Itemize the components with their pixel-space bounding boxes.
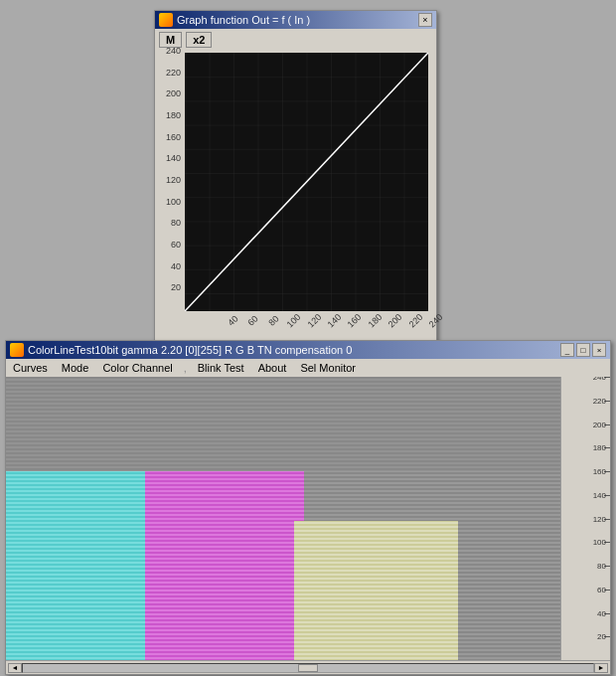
ruler-label: 180 [593, 443, 606, 452]
y-label: 160 [166, 132, 181, 142]
x-label: 220 [406, 312, 424, 330]
ruler-label: 60 [597, 585, 606, 593]
main-icon [10, 343, 24, 357]
y-label: 80 [171, 218, 181, 228]
y-label: 140 [166, 153, 181, 163]
y-label: 100 [166, 197, 181, 207]
ruler-label: 140 [593, 490, 606, 499]
y-label: 200 [166, 88, 181, 98]
y-label: 180 [166, 110, 181, 120]
x-label: 80 [266, 313, 280, 327]
y-label: 220 [166, 68, 181, 78]
menu-sel-monitor[interactable]: Sel Monitor [297, 361, 359, 375]
x-label: 140 [326, 312, 344, 330]
ruler-label: 160 [593, 467, 606, 476]
graph-x2-button[interactable]: x2 [186, 32, 212, 48]
scrollbar-thumb[interactable] [298, 664, 318, 672]
main-titlebar-left: ColorLineTest10bit gamma 2.20 [0][255] R… [10, 343, 352, 357]
menu-separator: , [184, 362, 187, 374]
graph-titlebar: Graph function Out = f ( In ) × [155, 11, 436, 29]
main-menubar: Curves Mode Color Channel , Blink Test A… [6, 359, 610, 377]
svg-rect-16 [6, 377, 562, 471]
menu-mode[interactable]: Mode [59, 361, 92, 375]
graph-toolbar: M x2 [155, 29, 436, 51]
graph-icon [159, 13, 173, 27]
x-label: 240 [427, 312, 445, 330]
x-label: 200 [386, 312, 404, 330]
graph-y-axis: 24022020018016014012010080604020 [155, 51, 185, 309]
right-ruler: 24022020018016014012010080604020 [560, 377, 610, 660]
x-label: 40 [226, 313, 239, 327]
svg-rect-13 [145, 471, 304, 660]
graph-window: Graph function Out = f ( In ) × M x2 240… [154, 10, 437, 366]
close-button[interactable]: × [592, 343, 606, 357]
graph-x-axis: 406080100120140160180200220240 [189, 313, 432, 341]
x-label: 180 [366, 312, 384, 330]
svg-rect-12 [6, 471, 160, 660]
minimize-button[interactable]: _ [560, 343, 574, 357]
ruler-label: 100 [593, 538, 606, 547]
x-label: 120 [305, 312, 323, 330]
graph-title: Graph function Out = f ( In ) [177, 14, 310, 26]
maximize-button[interactable]: □ [576, 343, 590, 357]
graph-close-button[interactable]: × [418, 13, 432, 27]
ruler-label: 220 [593, 396, 606, 405]
main-titlebar-buttons: _ □ × [560, 343, 606, 357]
y-label: 60 [171, 240, 181, 250]
main-title: ColorLineTest10bit gamma 2.20 [0][255] R… [28, 344, 352, 356]
ruler-label: 240 [593, 377, 606, 382]
y-label: 240 [166, 46, 181, 56]
ruler-label: 120 [593, 514, 606, 523]
scroll-left-button[interactable]: ◄ [8, 663, 22, 673]
ruler-label: 200 [593, 420, 606, 428]
ruler-label: 40 [597, 608, 606, 617]
scrollbar-track[interactable] [22, 663, 594, 673]
ruler-label: 20 [597, 632, 606, 641]
menu-color-channel[interactable]: Color Channel [99, 361, 175, 375]
main-window: ColorLineTest10bit gamma 2.20 [0][255] R… [5, 340, 611, 675]
main-titlebar: ColorLineTest10bit gamma 2.20 [0][255] R… [6, 341, 610, 359]
scroll-right-button[interactable]: ► [594, 663, 608, 673]
menu-blink-test[interactable]: Blink Test [195, 361, 247, 375]
y-label: 40 [171, 261, 181, 271]
x-label: 160 [346, 312, 364, 330]
x-label: 60 [246, 313, 260, 327]
scrollbar-area: ◄ ► [6, 660, 610, 674]
y-label: 20 [171, 282, 181, 292]
main-content: 24022020018016014012010080604020 [6, 377, 610, 660]
graph-area [185, 53, 428, 311]
color-test-pattern [6, 377, 562, 660]
x-label: 100 [285, 312, 303, 330]
y-label: 120 [166, 175, 181, 185]
ruler-label: 80 [597, 562, 606, 571]
menu-about[interactable]: About [255, 361, 290, 375]
graph-titlebar-left: Graph function Out = f ( In ) [159, 13, 310, 27]
menu-curves[interactable]: Curves [10, 361, 51, 375]
graph-svg [185, 53, 428, 311]
svg-rect-14 [294, 521, 458, 660]
